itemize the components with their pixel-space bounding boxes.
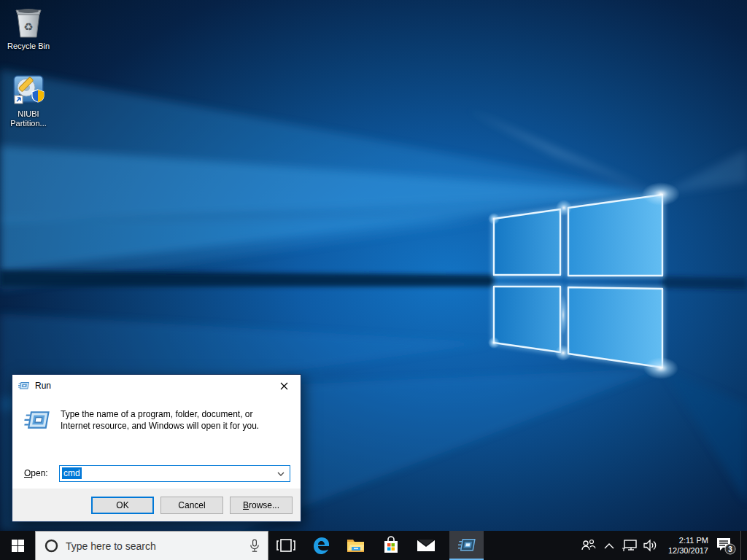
close-button[interactable] [268, 375, 301, 397]
ok-button[interactable]: OK [91, 497, 154, 514]
open-combobox-value: cmd [62, 467, 82, 479]
show-desktop-button[interactable] [740, 531, 747, 560]
open-label: Open: [24, 468, 59, 478]
run-dialog-footer: OK Cancel Browse... [12, 489, 301, 521]
search-placeholder: Type here to search [66, 540, 249, 552]
niubi-partition-icon [10, 71, 47, 107]
task-view-button[interactable] [268, 531, 303, 560]
show-hidden-icons-button[interactable] [599, 531, 619, 560]
desktop-icon-label: Recycle Bin [2, 42, 55, 51]
mail-envelope-icon [417, 538, 436, 553]
store-button[interactable] [374, 531, 409, 560]
taskbar: Type here to search [0, 531, 747, 560]
desktop-icon-label: NIUBI Partition... [2, 109, 55, 128]
taskbar-clock[interactable]: 2:11 PM 12/30/2017 [660, 531, 711, 560]
action-center-button[interactable]: 3 [711, 531, 740, 560]
close-icon [280, 382, 288, 390]
run-dialog-description: Type the name of a program, folder, docu… [61, 408, 279, 446]
run-dialog-title: Run [35, 381, 268, 391]
network-icon [622, 539, 638, 552]
people-button[interactable] [578, 531, 599, 560]
search-box[interactable]: Type here to search [35, 531, 268, 560]
desktop-icon-recycle-bin[interactable]: ♻ Recycle Bin [2, 4, 55, 51]
run-dialog-titlebar[interactable]: Run [12, 375, 301, 397]
cancel-button[interactable]: Cancel [160, 497, 223, 514]
speaker-icon [643, 539, 657, 552]
clock-date: 12/30/2017 [668, 545, 708, 556]
recycle-symbol: ♻ [23, 20, 33, 34]
run-window-icon [458, 537, 476, 553]
mail-button[interactable] [409, 531, 444, 560]
run-dialog: Run Type the name of a program, folder, … [12, 374, 301, 522]
clock-time: 2:11 PM [679, 535, 708, 545]
notification-badge: 3 [728, 545, 732, 553]
run-taskbar-button-active[interactable] [449, 531, 484, 560]
volume-button[interactable] [640, 531, 660, 560]
network-button[interactable] [619, 531, 640, 560]
action-center-icon: 3 [715, 535, 737, 556]
chevron-up-icon [604, 542, 614, 549]
folder-icon [347, 537, 365, 553]
microphone-icon[interactable] [249, 539, 260, 553]
desktop-icon-niubi-partition[interactable]: NIUBI Partition... [2, 71, 55, 128]
edge-browser-button[interactable] [303, 531, 338, 560]
file-explorer-button[interactable] [338, 531, 374, 560]
people-icon [581, 539, 597, 552]
task-view-icon [276, 538, 295, 553]
browse-button[interactable]: Browse... [230, 497, 293, 514]
open-row: Open: cmd [24, 458, 290, 489]
chevron-down-icon[interactable] [276, 470, 285, 478]
run-icon [18, 380, 30, 392]
edge-icon [311, 536, 330, 555]
recycle-bin-icon: ♻ [2, 4, 55, 39]
open-combobox[interactable]: cmd [59, 465, 290, 482]
run-dialog-body: Type the name of a program, folder, docu… [12, 397, 301, 489]
start-button[interactable] [0, 531, 35, 560]
taskbar-spacer [444, 531, 449, 560]
windows-logo-icon [12, 540, 24, 552]
run-icon-large [24, 410, 50, 432]
taskbar-empty-area [484, 531, 578, 560]
microsoft-store-icon [382, 536, 400, 555]
cortana-circle-icon [44, 539, 58, 553]
